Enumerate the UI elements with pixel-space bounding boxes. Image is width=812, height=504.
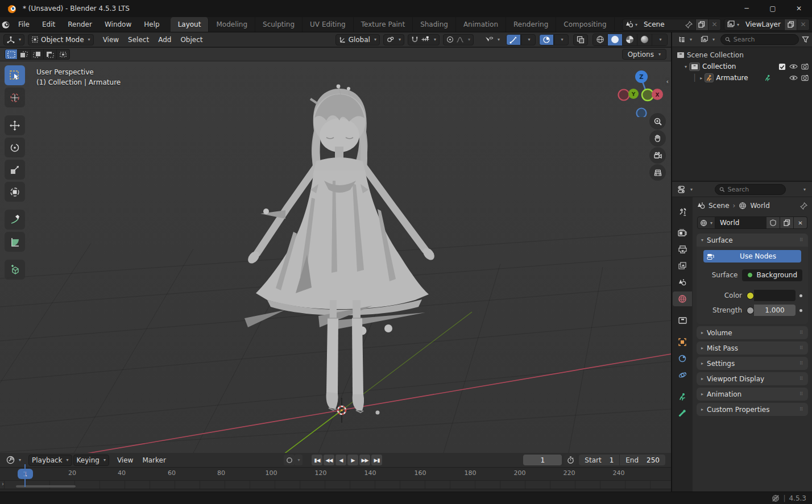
outliner-search[interactable] (720, 34, 799, 45)
tab-tool-properties[interactable] (674, 204, 691, 219)
tab-sculpting[interactable]: Sculpting (255, 17, 303, 32)
render-visibility-icon[interactable] (801, 63, 809, 70)
menu-object[interactable]: Object (176, 36, 207, 44)
channels-expand-icon[interactable]: › (2, 481, 4, 487)
playback-menu[interactable]: Playback▾ (28, 455, 72, 466)
tab-scene-properties[interactable] (674, 275, 691, 290)
pin-icon[interactable] (800, 202, 807, 210)
toggle-ortho-button[interactable] (649, 164, 666, 181)
playhead[interactable] (24, 464, 26, 487)
tab-render-properties[interactable] (674, 226, 691, 240)
strength-field[interactable]: 1.000 (754, 305, 796, 316)
scene-crumb-icon[interactable] (697, 202, 705, 210)
settings-panel[interactable]: ▸Settings⠿ (697, 357, 808, 370)
select-box-tool[interactable] (5, 65, 25, 85)
tab-layout[interactable]: Layout (171, 17, 209, 32)
gizmos-dropdown[interactable]: ▾ (521, 34, 536, 45)
animate-color-dot[interactable] (799, 294, 802, 297)
tab-animation[interactable]: Animation (456, 17, 506, 32)
overlays-dropdown[interactable]: ▾ (554, 34, 569, 45)
world-copy-icon[interactable] (780, 216, 794, 229)
color-socket-icon[interactable] (747, 292, 754, 299)
pan-hand-button[interactable] (649, 130, 666, 147)
close-button[interactable]: ✕ (786, 0, 812, 17)
custom-properties-panel[interactable]: ▸Custom Properties⠿ (697, 403, 808, 416)
tab-geometry-nodes[interactable]: Geometry Nodes (615, 17, 622, 32)
scale-tool[interactable] (5, 160, 25, 180)
volume-panel[interactable]: ▸Volume⠿ (697, 326, 808, 339)
tab-armature-data-properties[interactable] (674, 389, 691, 404)
overlays-toggle[interactable] (539, 34, 554, 45)
outliner-search-input[interactable] (734, 36, 794, 43)
menu-add[interactable]: Add (154, 36, 176, 44)
animation-panel[interactable]: ▸Animation⠿ (697, 388, 808, 401)
menu-render[interactable]: Render (61, 17, 98, 32)
menu-edit[interactable]: Edit (36, 17, 61, 32)
drag-handle-icon[interactable]: ⠿ (799, 238, 803, 243)
timeline-ruler[interactable]: 20 40 60 80 100 120 140 160 180 200 220 … (0, 468, 671, 481)
transform-tool[interactable] (5, 182, 25, 202)
tab-compositing[interactable]: Compositing (556, 17, 614, 32)
play-button[interactable]: ▶ (347, 455, 358, 465)
transform-orientation-selector[interactable]: Global▾ (335, 34, 380, 45)
viewlayer-browse-icon[interactable]: ▾ (724, 19, 742, 30)
animate-strength-dot[interactable] (799, 309, 802, 312)
tab-physics-properties[interactable] (674, 368, 691, 382)
hide-eye-icon[interactable] (789, 74, 798, 81)
viewlayer-new-icon[interactable] (784, 19, 797, 30)
select-mode-set-button[interactable] (5, 49, 18, 60)
tab-uv-editing[interactable]: UV Editing (303, 17, 354, 32)
annotate-tool[interactable] (5, 210, 25, 230)
minimize-button[interactable]: ─ (734, 0, 760, 17)
viewlayer-name[interactable]: ViewLayer (742, 20, 784, 28)
properties-options-dropdown[interactable]: ▾ (803, 187, 806, 192)
shading-wireframe-button[interactable] (593, 34, 608, 45)
add-cube-tool[interactable] (5, 260, 25, 280)
menu-file[interactable]: File (12, 17, 36, 32)
proportional-edit-group[interactable]: ▾ (443, 34, 474, 45)
outliner-row-scene-collection[interactable]: Scene Collection (672, 49, 812, 61)
surface-shader-selector[interactable]: Background (742, 269, 802, 281)
world-browse-button[interactable]: ▾ (697, 216, 715, 229)
outliner-display-mode-button[interactable]: ▾ (698, 34, 718, 45)
crumb-world[interactable]: World (750, 202, 769, 210)
select-mode-extend-button[interactable] (18, 49, 31, 60)
use-preview-range-icon[interactable] (564, 455, 577, 465)
autokey-dropdown[interactable]: ▾ (295, 455, 303, 465)
surface-panel-header[interactable]: ▾ Surface ⠿ (697, 234, 808, 247)
camera-view-button[interactable] (649, 147, 666, 164)
jump-to-start-button[interactable]: ▮◀ (312, 455, 322, 465)
properties-search-input[interactable] (728, 186, 781, 193)
pin-icon[interactable] (682, 19, 695, 30)
keying-menu[interactable]: Keying▾ (73, 455, 109, 466)
select-mode-intersect-button[interactable] (57, 49, 70, 60)
editor-type-button[interactable]: ▾ (3, 34, 24, 45)
crumb-scene[interactable]: Scene (709, 202, 730, 210)
gizmos-toggle[interactable] (506, 34, 521, 45)
shading-rendered-button[interactable] (637, 34, 652, 45)
shading-dropdown[interactable]: ▾ (652, 34, 667, 45)
play-reverse-button[interactable]: ◀ (335, 455, 346, 465)
shading-solid-button[interactable] (608, 34, 623, 45)
snap-toggle-group[interactable]: ▾ (408, 34, 440, 45)
tab-texture-paint[interactable]: Texture Paint (354, 17, 413, 32)
cursor-tool[interactable] (5, 88, 25, 107)
sidebar-collapse-arrow[interactable]: ‹ (665, 77, 670, 86)
use-nodes-button[interactable]: Use Nodes (703, 250, 801, 263)
maximize-button[interactable]: ▢ (760, 0, 786, 17)
hide-eye-icon[interactable] (789, 63, 798, 70)
tab-output-properties[interactable] (674, 242, 691, 257)
world-crumb-icon[interactable] (739, 202, 747, 210)
measure-tool[interactable] (5, 232, 25, 252)
tab-bone-properties[interactable] (674, 406, 691, 420)
scene-name[interactable]: Scene (640, 20, 682, 28)
render-visibility-icon[interactable] (801, 74, 809, 81)
fake-user-shield-icon[interactable] (767, 216, 780, 229)
outliner-editor-type-button[interactable]: ▾ (675, 34, 695, 45)
tab-collection-properties[interactable] (674, 313, 691, 328)
timeline-view-menu[interactable]: View (113, 456, 138, 464)
scene-browse-icon[interactable]: ▾ (623, 19, 640, 30)
tab-shading[interactable]: Shading (413, 17, 456, 32)
zoom-button[interactable] (649, 113, 666, 130)
world-name-field[interactable]: World (715, 216, 767, 229)
